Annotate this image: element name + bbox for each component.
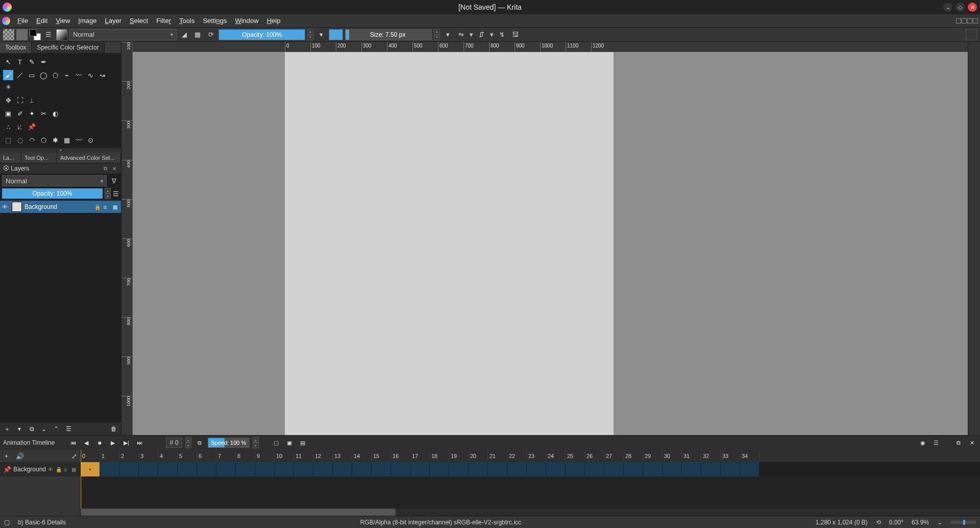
dock-tab-specific-color[interactable]: Specific Color Selector [32,42,104,53]
tab-layers-short[interactable]: La... [0,153,21,163]
tool-fill[interactable]: ▣ [3,108,13,118]
layer-lock-icon[interactable]: 🔒 [94,204,101,210]
onion-skin-prev-icon[interactable]: ▢ [271,438,281,448]
window-maximize-button[interactable]: ◇ [955,3,965,12]
layers-close-icon[interactable]: ✕ [111,165,118,172]
menu-edit[interactable]: Edit [32,15,52,27]
onion-skin-opts-icon[interactable]: ▤ [298,438,308,448]
selection-mode-icon[interactable]: ▢ [4,519,10,526]
current-frame-field[interactable]: # 0 [166,438,182,448]
tool-bezier-select[interactable]: 〰 [74,135,84,145]
tool-move[interactable]: ✥ [3,95,13,105]
tool-pattern-edit[interactable]: ✦ [27,108,37,118]
gradient-swatch[interactable] [56,29,67,40]
menu-settings[interactable]: Settings [199,15,231,27]
menu-help[interactable]: Help [263,15,285,27]
pin-icon[interactable]: 📌 [3,466,11,473]
timeline-playhead[interactable] [81,450,81,509]
tool-freehand-brush[interactable]: 🖌 [3,70,13,80]
speed-spinner[interactable]: ▲▼ [253,437,259,448]
horizontal-ruler[interactable]: 0100200300400500600700800900100011001200 [133,42,968,52]
zoom-slider[interactable] [950,521,976,524]
reload-preset-icon[interactable]: ⟳ [205,29,216,40]
brush-size-slider[interactable]: Size: 7.50 px [345,29,432,40]
alpha-icon[interactable]: α [64,467,69,472]
workspace-layout-icons[interactable] [956,18,978,23]
tool-poly-select[interactable]: ⬠ [38,135,48,145]
anim-next-frame-button[interactable]: ▶| [121,438,131,448]
move-layer-down-button[interactable]: ⌄ [40,425,48,433]
frame-spinner[interactable]: ▲▼ [185,437,191,448]
current-color-swatch[interactable] [329,29,343,40]
tool-measure[interactable]: ⟀ [15,122,25,132]
anim-stop-button[interactable]: ■ [94,438,105,448]
timeline-scrollbar[interactable] [81,509,980,516]
tab-adv-color-short[interactable]: Advanced Color Sel... [57,153,121,163]
visibility-icon[interactable]: 👁 [2,204,9,210]
tool-freehand-select[interactable]: ◠ [27,135,37,145]
delete-layer-button[interactable]: 🗑 [110,425,118,433]
save-preset-icon[interactable]: 🖫 [509,29,521,40]
tool-color-picker[interactable]: ✐ [15,108,25,118]
menu-window[interactable]: Window [231,15,262,27]
layer-props-icon[interactable]: ▦ [113,204,119,210]
add-layer-button[interactable]: ＋ [3,425,11,433]
zoom-dropdown-icon[interactable]: ⌄ [937,519,942,526]
tool-reference[interactable]: 📌 [27,122,37,132]
tool-line[interactable]: ／ [15,70,25,80]
layer-filter-icon[interactable]: ∇ [109,175,119,186]
tab-tool-options-short[interactable]: Tool Op... [21,153,57,163]
brush-preset-list-icon[interactable]: ☰ [43,29,54,40]
menu-view[interactable]: View [52,15,74,27]
tool-smart-patch[interactable]: ✂ [38,108,48,118]
window-close-button[interactable]: ✕ [968,3,977,12]
timeline-track[interactable] [81,462,980,476]
tool-contiguous-select[interactable]: ✱ [50,135,60,145]
layer-opacity-slider[interactable]: Opacity: 100% [2,188,103,199]
tool-transform-free[interactable]: ⛶ [15,95,25,105]
add-layer-menu-icon[interactable]: ▾ [15,425,23,433]
menu-layer[interactable]: Layer [101,15,126,27]
layer-opacity-spinner[interactable]: ▲▼ [105,188,111,199]
onion-skin-toggle-icon[interactable]: ◉ [918,438,928,448]
tool-polyline[interactable]: ⌁ [62,70,72,80]
anim-play-button[interactable]: ▶ [108,438,118,448]
opacity-menu-icon[interactable]: ▾ [315,29,327,40]
window-minimize-button[interactable]: ⌄ [943,3,952,12]
tool-rectangle[interactable]: ▭ [27,70,37,80]
visibility-icon[interactable]: 👁 [48,467,54,472]
alpha-lock-icon[interactable]: ▦ [192,29,203,40]
vertical-ruler[interactable]: 1002003004005006007008009001000 [121,42,133,435]
tool-polygon[interactable]: ⬠ [50,70,60,80]
anim-close-icon[interactable]: ✕ [967,438,977,448]
menu-filter[interactable]: Filter [152,15,175,27]
tool-text[interactable]: T [15,57,25,67]
tool-bezier[interactable]: 〰 [74,70,84,80]
size-menu-icon[interactable]: ▾ [442,29,453,40]
wrap-around-icon[interactable]: ↯ [496,29,507,40]
tool-rect-select[interactable]: ⬚ [3,135,13,145]
add-keyframe-icon[interactable]: ＋ [3,451,10,461]
duplicate-layer-button[interactable]: ⧉ [28,425,36,433]
blend-mode-dropdown[interactable]: Normal [69,29,177,40]
speed-slider[interactable]: Speed: 100 % [208,438,250,448]
layer-menu-icon[interactable]: ☰ [113,190,119,198]
mirror-horizontal-icon[interactable]: ⇋ [455,29,467,40]
zoom-timeline-icon[interactable]: ⤢ [71,452,77,460]
opacity-slider[interactable]: Opacity: 100% [218,29,305,40]
menu-tools[interactable]: Tools [175,15,199,27]
tool-freehand-path[interactable]: ∿ [85,70,95,80]
anim-settings-icon[interactable]: ☰ [931,438,941,448]
tool-gradient[interactable]: ◐ [50,108,60,118]
dock-tab-toolbox[interactable]: Toolbox [0,42,32,53]
tool-dynamic-brush[interactable]: ↝ [97,70,107,80]
tool-similar-select[interactable]: ▦ [62,135,72,145]
tool-multibrush[interactable]: ✳ [3,82,13,92]
brush-size-spinner[interactable]: ▲▼ [434,29,440,40]
canvas[interactable] [285,52,614,435]
audio-icon[interactable]: 🔊 [16,452,24,460]
pattern-swatch[interactable] [3,29,14,40]
anim-float-icon[interactable]: ⧉ [953,438,964,448]
onion-icon[interactable]: ▦ [71,467,77,472]
lock-icon[interactable]: 🔒 [56,467,62,472]
